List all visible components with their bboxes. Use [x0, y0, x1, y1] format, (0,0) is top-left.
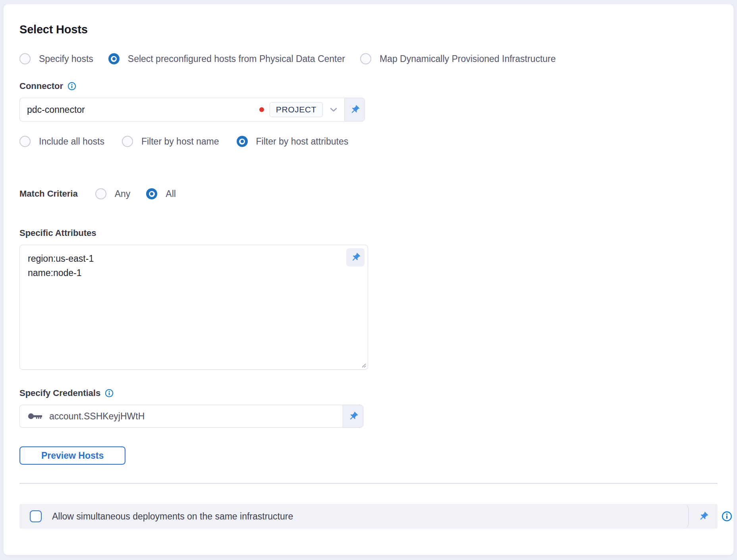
specify-credentials-label: Specify Credentials	[19, 388, 718, 398]
specific-attributes-label-text: Specific Attributes	[19, 228, 96, 238]
textarea-resize-handle[interactable]	[360, 362, 366, 368]
pin-icon	[348, 411, 359, 422]
bar-separator	[683, 504, 689, 529]
chevron-down-icon[interactable]	[328, 104, 339, 115]
footer-pin-button[interactable]	[689, 511, 718, 522]
radio-circle-selected[interactable]	[237, 136, 248, 147]
connector-field-group: PROJECT	[19, 98, 365, 122]
attributes-pin-button[interactable]	[346, 248, 365, 266]
radio-label: Include all hosts	[39, 136, 104, 147]
radio-label: Filter by host attributes	[256, 136, 349, 147]
specific-attributes-field: region:us-east-1 name:node-1	[19, 245, 368, 370]
simultaneous-deployments-label: Allow simultaneous deployments on the sa…	[52, 511, 293, 522]
section-divider	[19, 483, 718, 484]
footer-row: Allow simultaneous deployments on the sa…	[19, 504, 718, 529]
radio-include-all-hosts[interactable]: Include all hosts	[19, 136, 104, 147]
required-dot	[259, 107, 264, 112]
radio-label: Filter by host name	[141, 136, 219, 147]
radio-map-dynamic-infrastructure[interactable]: Map Dynamically Provisioned Infrastructu…	[360, 53, 556, 64]
credentials-pin-button[interactable]	[343, 405, 363, 428]
page-title: Select Hosts	[19, 23, 718, 36]
radio-label: Any	[115, 189, 131, 199]
radio-label: Map Dynamically Provisioned Infrastructu…	[380, 54, 556, 64]
specify-credentials-label-text: Specify Credentials	[19, 388, 100, 398]
credentials-field-group: account.SSHKeyjHWtH	[19, 405, 363, 428]
radio-circle[interactable]	[360, 53, 371, 64]
preview-hosts-button[interactable]: Preview Hosts	[19, 446, 125, 465]
pin-icon	[350, 252, 361, 263]
radio-preconfigured-hosts[interactable]: Select preconfigured hosts from Physical…	[108, 53, 345, 64]
host-provisioning-radio-group: Specify hosts Select preconfigured hosts…	[19, 53, 718, 64]
specific-attributes-textarea[interactable]: region:us-east-1 name:node-1	[19, 245, 368, 370]
connector-label-text: Connector	[19, 81, 63, 91]
simultaneous-deployments-bar: Allow simultaneous deployments on the sa…	[19, 504, 718, 529]
radio-label: All	[166, 189, 176, 199]
radio-label: Specify hosts	[39, 54, 93, 64]
info-icon[interactable]	[68, 82, 76, 91]
radio-circle[interactable]	[19, 136, 31, 147]
connector-input-body[interactable]: PROJECT	[19, 98, 344, 122]
connector-label: Connector	[19, 81, 718, 91]
connector-input[interactable]	[27, 104, 256, 115]
radio-circle-selected[interactable]	[108, 53, 120, 64]
radio-specify-hosts[interactable]: Specify hosts	[19, 53, 93, 64]
radio-filter-by-host-name[interactable]: Filter by host name	[122, 136, 219, 147]
radio-label: Select preconfigured hosts from Physical…	[128, 54, 345, 64]
info-icon[interactable]	[105, 389, 114, 398]
simultaneous-deployments-checkbox[interactable]	[30, 510, 42, 522]
radio-circle[interactable]	[19, 53, 31, 64]
radio-match-any[interactable]: Any	[95, 188, 131, 199]
specific-attributes-label: Specific Attributes	[19, 228, 718, 238]
info-icon[interactable]	[722, 511, 732, 522]
select-hosts-card: Select Hosts Specify hosts Select precon…	[3, 4, 734, 555]
pin-icon	[698, 511, 709, 522]
connector-pin-button[interactable]	[344, 98, 365, 122]
credentials-value: account.SSHKeyjHWtH	[49, 411, 145, 422]
match-criteria-group: Match Criteria Any All	[19, 188, 718, 199]
pin-icon	[349, 104, 360, 115]
radio-circle[interactable]	[95, 188, 106, 199]
credentials-select[interactable]: account.SSHKeyjHWtH	[19, 405, 343, 428]
radio-filter-by-host-attributes[interactable]: Filter by host attributes	[237, 136, 349, 147]
scope-badge[interactable]: PROJECT	[270, 102, 323, 117]
host-filter-radio-group: Include all hosts Filter by host name Fi…	[19, 136, 718, 147]
ssh-key-icon	[28, 412, 42, 421]
radio-match-all[interactable]: All	[146, 188, 176, 199]
radio-circle-selected[interactable]	[146, 188, 157, 199]
match-criteria-label: Match Criteria	[19, 189, 78, 199]
radio-circle[interactable]	[122, 136, 133, 147]
